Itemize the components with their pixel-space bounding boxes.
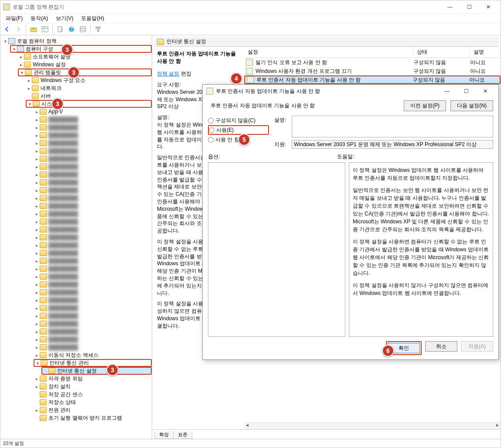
- callout-3a: 3: [61, 44, 73, 56]
- toolbar-separator: [90, 25, 91, 34]
- radio-not-configured-input[interactable]: [208, 118, 214, 123]
- tree-network[interactable]: ▸네트워크: [26, 84, 152, 92]
- tree-item-redacted[interactable]: ▸████████: [34, 116, 152, 123]
- radio-disabled-input[interactable]: [208, 137, 214, 143]
- up-folder-icon[interactable]: [29, 24, 38, 34]
- tree-label: ████████: [48, 297, 78, 303]
- tree-removable-storage[interactable]: ▸이동식 저장소 액세스: [34, 351, 152, 359]
- menu-action[interactable]: 동작(A): [27, 14, 51, 23]
- tree-internet-comm-mgmt[interactable]: ▾인터넷 통신 관리: [34, 359, 152, 367]
- tree-item-redacted[interactable]: ▸████████: [34, 312, 152, 320]
- maximize-button[interactable]: ☐: [460, 1, 479, 13]
- tree-item-redacted[interactable]: ▸████████: [34, 320, 152, 328]
- tree-server[interactable]: 서버: [26, 92, 152, 100]
- menu-file[interactable]: 파일(F): [2, 14, 26, 23]
- tree-item-redacted[interactable]: ▸████████: [34, 257, 152, 265]
- edit-policy-link[interactable]: 정책 설정: [157, 71, 179, 77]
- help-icon[interactable]: ?: [67, 24, 76, 34]
- policy-list-row[interactable]: 필기 인식 오류 보고 사용 안 함 구성되지 않음 아니요: [244, 58, 501, 67]
- tree-item-redacted[interactable]: ▸████████: [34, 273, 152, 280]
- tree-item-redacted[interactable]: ▸████████: [34, 202, 152, 210]
- tree-software-settings[interactable]: ▸소프트웨어 설정: [18, 53, 152, 61]
- menu-view[interactable]: 보기(V): [52, 14, 77, 23]
- properties-icon[interactable]: [78, 24, 88, 34]
- tree-item-redacted[interactable]: ▸████████: [34, 194, 152, 202]
- dialog-titlebar: 루트 인증서 자동 업데이트 기능을 사용 안 함 — ☐ ✕: [203, 85, 498, 98]
- filter-icon[interactable]: [93, 24, 103, 34]
- tree-appv[interactable]: ▸App-V: [34, 108, 152, 116]
- policy-list-row[interactable]: Windows 사용자 환경 개선 프로그램 끄기 구성되지 않음 아니요: [244, 67, 501, 75]
- tree-early-launch-antimalware[interactable]: 초기 실행 맬웨어 방지 프로그램: [34, 414, 152, 422]
- radio-not-configured[interactable]: 구성되지 않음(C): [208, 116, 269, 125]
- tree-item-redacted[interactable]: ▸████████: [34, 296, 152, 304]
- prev-setting-button[interactable]: 이전 설정(P): [404, 100, 446, 111]
- tree-windows-components[interactable]: ▸Windows 구성 요소: [26, 76, 152, 84]
- tree-item-redacted[interactable]: ▸████████: [34, 155, 152, 163]
- tree-item-redacted[interactable]: ▸████████: [34, 343, 152, 351]
- tab-extended[interactable]: 확장: [154, 431, 174, 439]
- tree-item-redacted[interactable]: ▸████████: [34, 304, 152, 312]
- apply-button[interactable]: 적용(A): [461, 341, 493, 352]
- cancel-button[interactable]: 취소: [425, 341, 457, 352]
- dialog-heading: 루트 인증서 자동 업데이트 기능을 사용 안 함: [208, 102, 399, 109]
- tree-item-redacted[interactable]: ▸████████: [34, 186, 152, 194]
- dlg-close-button[interactable]: ✕: [476, 85, 495, 97]
- tree-item-redacted[interactable]: ▸████████: [34, 163, 152, 171]
- tree-item-redacted[interactable]: ▸████████: [34, 241, 152, 249]
- tree-item-redacted[interactable]: ▸████████: [34, 280, 152, 288]
- tree-computer-config[interactable]: ▾컴퓨터 구성: [10, 45, 152, 53]
- close-button[interactable]: ✕: [479, 1, 498, 13]
- nav-forward-icon[interactable]: [14, 24, 23, 34]
- dialog-icon: [206, 88, 213, 95]
- tree-credential-delegation[interactable]: ▸자격 증명 위임: [34, 375, 152, 383]
- tree-storage-sense[interactable]: 저장 공간 센스: [34, 390, 152, 398]
- col-description[interactable]: 설명: [470, 47, 501, 58]
- minimize-button[interactable]: —: [440, 1, 460, 13]
- tree-storage-health[interactable]: 저장소 상태: [34, 398, 152, 406]
- tree-item-redacted[interactable]: ▸████████: [34, 233, 152, 241]
- options-panel: [208, 162, 345, 337]
- tree-item-redacted[interactable]: ▸████████: [34, 249, 152, 257]
- tree-device-install[interactable]: ▸장치 설치: [34, 383, 152, 390]
- dlg-maximize-button[interactable]: ☐: [457, 85, 476, 97]
- tree-item-redacted[interactable]: ▸████████: [34, 335, 152, 343]
- export-list-icon[interactable]: [55, 24, 65, 34]
- tree-item-redacted[interactable]: ▸████████: [34, 178, 152, 186]
- tree-system[interactable]: ▾시스템: [26, 100, 152, 108]
- tree-item-redacted[interactable]: ▸████████: [34, 210, 152, 218]
- col-setting[interactable]: 설정: [244, 47, 413, 58]
- tree-windows-settings[interactable]: ▸Windows 설정: [18, 61, 152, 68]
- menu-help[interactable]: 도움말(H): [78, 14, 108, 23]
- folder-icon: [157, 39, 164, 45]
- tree-item-redacted[interactable]: ▸████████: [34, 147, 152, 155]
- show-hide-tree-icon[interactable]: [40, 24, 50, 34]
- tree-label: ████████: [48, 187, 78, 193]
- tree-power-mgmt[interactable]: ▸전원 관리: [34, 406, 152, 414]
- tree-item-redacted[interactable]: ▸████████: [34, 218, 152, 226]
- row-desc: 아니요: [470, 59, 501, 66]
- radio-enabled-input[interactable]: [209, 127, 215, 133]
- tree-item-redacted[interactable]: ▸████████: [34, 226, 152, 233]
- nav-back-icon[interactable]: [2, 24, 12, 34]
- tree-item-redacted[interactable]: ▸████████: [34, 288, 152, 296]
- policy-tree[interactable]: ▾로컬 컴퓨터 정책 ▾컴퓨터 구성 ▸소프트웨어 설정 ▸Windows 설정…: [0, 35, 152, 439]
- policy-list-row[interactable]: 루트 인증서 자동 업데이트 기능을 사용 안 함 구성되지 않음 아니요: [244, 75, 501, 84]
- tree-root[interactable]: ▾로컬 컴퓨터 정책: [2, 37, 152, 45]
- dlg-minimize-button[interactable]: —: [437, 85, 457, 97]
- tab-standard[interactable]: 표준: [173, 431, 192, 439]
- horizontal-scrollbar[interactable]: [244, 422, 501, 429]
- tree-item-redacted[interactable]: ▸████████: [34, 171, 152, 178]
- tree-internet-comm-settings[interactable]: 인터넷 통신 설정: [41, 367, 152, 375]
- tree-admin-templates[interactable]: ▾관리 템플릿: [18, 68, 152, 76]
- comment-textarea[interactable]: [292, 116, 493, 137]
- next-setting-button[interactable]: 다음 설정(N): [450, 100, 493, 111]
- tree-item-redacted[interactable]: ▸████████: [34, 131, 152, 139]
- col-state[interactable]: 상태: [413, 47, 470, 58]
- list-header: 설정 상태 설명: [244, 47, 501, 58]
- radio-enabled[interactable]: 사용(E): [208, 125, 269, 135]
- tree-item-redacted[interactable]: ▸████████: [34, 328, 152, 335]
- tree-item-redacted[interactable]: ▸████████: [34, 265, 152, 273]
- tree-item-redacted[interactable]: ▸████████: [34, 123, 152, 131]
- svg-rect-4: [58, 27, 62, 32]
- tree-item-redacted[interactable]: ▸████████: [34, 139, 152, 147]
